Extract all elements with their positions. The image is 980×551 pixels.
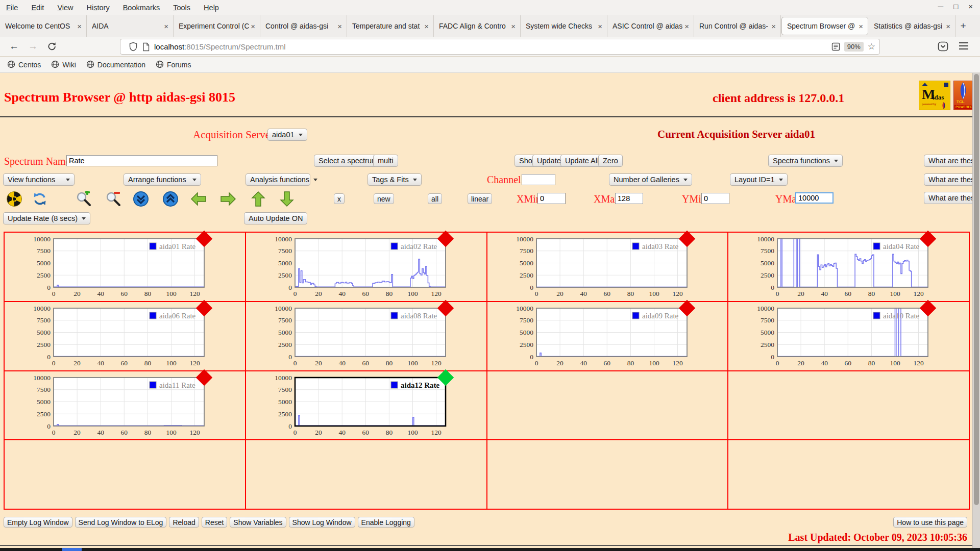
reset-button[interactable]: Reset: [202, 517, 228, 528]
acquisition-server-select[interactable]: aida01: [267, 129, 307, 141]
tags-fits-select[interactable]: Tags & Fits: [368, 173, 422, 186]
tab-close-icon[interactable]: ×: [162, 22, 170, 31]
reload-button[interactable]: Reload: [169, 517, 199, 528]
gallery-cell[interactable]: 025005000750010000020406080100120aida02 …: [246, 233, 486, 301]
bookmark-documentation[interactable]: Documentation: [86, 60, 145, 70]
menu-view[interactable]: View: [57, 4, 73, 12]
gallery-cell[interactable]: 025005000750010000020406080100120aida09 …: [487, 302, 728, 370]
rate-chart[interactable]: 025005000750010000020406080100120aida04 …: [752, 235, 940, 299]
scrollbar-thumb[interactable]: [974, 74, 979, 505]
browser-tab[interactable]: ASIC Control @ aidas×: [607, 15, 694, 37]
menu-tools[interactable]: Tools: [173, 4, 190, 12]
ymin-input[interactable]: [701, 193, 729, 204]
analysis-functions-select[interactable]: Analysis functions: [246, 173, 310, 186]
channel-input[interactable]: [522, 174, 555, 185]
menu-bookmarks[interactable]: Bookmarks: [123, 4, 160, 12]
auto-update-button[interactable]: Auto Update ON: [244, 212, 307, 224]
browser-tab[interactable]: AIDA×: [87, 15, 174, 37]
rate-chart[interactable]: 025005000750010000020406080100120aida08 …: [270, 304, 457, 368]
xmin-input[interactable]: [537, 193, 566, 204]
enable-logging-button[interactable]: Enable Logging: [358, 517, 414, 528]
gallery-cell[interactable]: 025005000750010000020406080100120aida08 …: [246, 302, 486, 370]
reload-icon[interactable]: [47, 41, 57, 52]
minimize-button[interactable]: ─: [938, 2, 944, 11]
browser-tab[interactable]: FADC Align & Contro×: [434, 15, 521, 37]
browser-tab[interactable]: Experiment Control (C×: [174, 15, 260, 37]
browser-tab[interactable]: Temperature and stat×: [347, 15, 434, 37]
view-functions-select[interactable]: View functions: [3, 173, 75, 186]
x-axis-button[interactable]: x: [334, 193, 345, 204]
new-button[interactable]: new: [374, 193, 394, 204]
empty-log-window-button[interactable]: Empty Log Window: [4, 517, 72, 528]
rate-chart[interactable]: 025005000750010000020406080100120aida06 …: [28, 304, 216, 368]
tab-close-icon[interactable]: ×: [944, 22, 952, 31]
menu-file[interactable]: File: [6, 4, 18, 12]
ymax-input[interactable]: [795, 192, 834, 204]
up-arrow-icon[interactable]: [250, 191, 266, 207]
tab-close-icon[interactable]: ×: [596, 22, 604, 31]
rate-chart[interactable]: 025005000750010000020406080100120aida03 …: [511, 235, 699, 299]
rate-chart[interactable]: 025005000750010000020406080100120aida12 …: [270, 373, 457, 438]
menu-edit[interactable]: Edit: [31, 4, 44, 12]
browser-tab[interactable]: System wide Checks×: [521, 15, 607, 37]
tab-close-icon[interactable]: ×: [423, 22, 430, 31]
tab-close-icon[interactable]: ×: [857, 22, 865, 31]
bookmark-forums[interactable]: Forums: [156, 60, 191, 70]
tab-close-icon[interactable]: ×: [336, 22, 344, 31]
gallery-cell[interactable]: 025005000750010000020406080100120aida10 …: [728, 302, 969, 370]
gallery-cell[interactable]: 025005000750010000020406080100120aida06 …: [5, 302, 245, 370]
reader-view-icon[interactable]: [831, 42, 840, 51]
show-variables-button[interactable]: Show Variables: [230, 517, 286, 528]
gallery-cell[interactable]: 025005000750010000020406080100120aida01 …: [5, 233, 245, 301]
bookmark-star-icon[interactable]: ☆: [868, 41, 875, 52]
browser-tab[interactable]: Welcome to CentOS×: [0, 15, 87, 37]
zero-button[interactable]: Zero: [598, 155, 623, 167]
close-window-button[interactable]: ×: [968, 2, 973, 11]
update-all-button[interactable]: Update All: [560, 155, 603, 167]
rate-chart[interactable]: 025005000750010000020406080100120aida09 …: [511, 304, 699, 368]
browser-tab[interactable]: Statistics @ aidas-gsi×: [869, 15, 955, 37]
spectrum-name-input[interactable]: [66, 155, 217, 166]
double-up-arrow-icon[interactable]: [162, 191, 179, 207]
shield-icon[interactable]: [129, 42, 138, 52]
arrange-functions-select[interactable]: Arrange functions: [124, 173, 201, 186]
browser-tab[interactable]: Spectrum Browser @×: [781, 17, 868, 35]
tab-close-icon[interactable]: ×: [76, 22, 83, 31]
gallery-cell[interactable]: 025005000750010000020406080100120aida12 …: [246, 371, 486, 440]
tab-close-icon[interactable]: ×: [770, 22, 777, 31]
rate-chart[interactable]: 025005000750010000020406080100120aida01 …: [28, 235, 216, 299]
page-info-icon[interactable]: [142, 42, 150, 52]
new-tab-button[interactable]: +: [955, 15, 971, 37]
multi-button[interactable]: multi: [373, 155, 398, 167]
all-button[interactable]: all: [428, 193, 442, 204]
zoom-in-icon[interactable]: [76, 191, 92, 207]
rate-chart[interactable]: 025005000750010000020406080100120aida11 …: [28, 373, 216, 438]
send-log-window-to-elog-button[interactable]: Send Log Window to ELog: [75, 517, 167, 528]
bookmark-centos[interactable]: Centos: [7, 60, 41, 70]
spectra-functions-select[interactable]: Spectra functions: [768, 155, 843, 167]
rate-chart[interactable]: 025005000750010000020406080100120aida10 …: [752, 304, 940, 368]
pocket-icon[interactable]: [938, 41, 948, 54]
xmax-input[interactable]: [615, 193, 643, 204]
gallery-cell[interactable]: 025005000750010000020406080100120aida11 …: [5, 371, 245, 440]
linear-button[interactable]: linear: [468, 193, 492, 204]
right-arrow-icon[interactable]: [220, 191, 236, 207]
bookmark-wiki[interactable]: Wiki: [51, 60, 76, 70]
tab-close-icon[interactable]: ×: [509, 22, 517, 31]
url-bar[interactable]: localhost:8015/Spectrum/Spectrum.tml 90%…: [120, 39, 880, 55]
rate-chart[interactable]: 025005000750010000020406080100120aida02 …: [270, 235, 457, 299]
url-text[interactable]: localhost:8015/Spectrum/Spectrum.tml: [154, 42, 827, 51]
back-button[interactable]: ←: [9, 41, 19, 52]
what-are-these-button[interactable]: What are these?: [924, 173, 980, 186]
zoom-level-indicator[interactable]: 90%: [844, 42, 864, 52]
browser-tab[interactable]: Run Control @ aidas-×: [694, 15, 781, 37]
menu-help[interactable]: Help: [204, 4, 219, 12]
gallery-cell[interactable]: 025005000750010000020406080100120aida03 …: [487, 233, 728, 301]
tab-close-icon[interactable]: ×: [249, 22, 257, 31]
how-to-use-button[interactable]: How to use this page: [893, 517, 967, 528]
app-menu-icon[interactable]: [959, 42, 969, 52]
down-arrow-icon[interactable]: [279, 191, 295, 207]
layout-id-select[interactable]: Layout ID=1: [730, 173, 788, 186]
radiation-icon[interactable]: [6, 191, 22, 207]
what-are-these-button[interactable]: What are these?: [924, 192, 980, 204]
